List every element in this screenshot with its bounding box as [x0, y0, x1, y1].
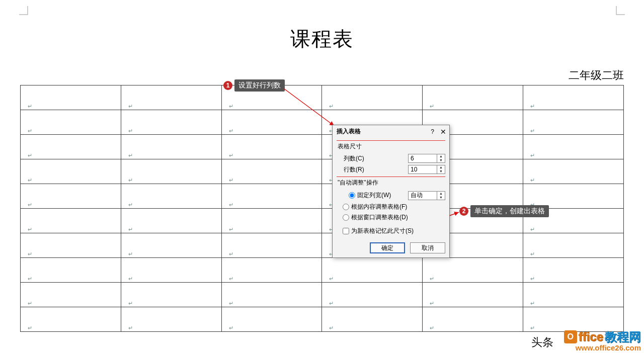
watermark-brand-2: 教程网 — [605, 330, 641, 343]
table-cell[interactable]: ↵ — [21, 258, 121, 283]
radio-fixed-label: 固定列宽(W) — [357, 191, 391, 200]
spin-up-icon[interactable]: ▲ — [437, 192, 445, 196]
spin-down-icon[interactable]: ▼ — [437, 169, 445, 173]
table-cell[interactable]: ↵ — [423, 283, 523, 307]
fixed-width-input[interactable] — [409, 192, 437, 199]
table-cell[interactable]: ↵ — [121, 307, 221, 332]
table-cell[interactable]: ↵ — [523, 233, 624, 258]
spin-up-icon[interactable]: ▲ — [437, 154, 445, 158]
table-cell[interactable]: ↵ — [523, 258, 624, 283]
table-cell[interactable]: ↵ — [221, 159, 322, 184]
group-autofit: "自动调整"操作 — [338, 179, 445, 187]
table-cell[interactable]: ↵ — [221, 135, 322, 159]
callout-step-2: 2 单击确定，创建出表格 — [459, 205, 549, 217]
ok-button[interactable]: 确定 — [370, 242, 405, 253]
radio-fixed-input[interactable] — [349, 192, 355, 199]
table-row: ↵↵↵↵↵↵ — [21, 233, 624, 258]
radio-content-label: 根据内容调整表格(F) — [351, 203, 407, 211]
table-cell[interactable]: ↵ — [322, 258, 423, 283]
table-cell[interactable]: ↵ — [21, 135, 121, 159]
table-cell[interactable]: ↵ — [523, 307, 624, 332]
table-cell[interactable]: ↵ — [423, 307, 523, 332]
rows-input[interactable] — [409, 166, 437, 173]
table-cell[interactable]: ↵ — [121, 110, 221, 135]
table-cell[interactable]: ↵ — [523, 283, 624, 307]
page-corner-tr — [616, 6, 625, 15]
table-cell[interactable]: ↵ — [121, 233, 221, 258]
table-cell[interactable]: ↵ — [21, 233, 121, 258]
watermark-brand-1: ffice — [579, 330, 603, 343]
checkbox-remember[interactable]: 为新表格记忆此尺寸(S) — [337, 226, 445, 236]
table-row: ↵↵↵↵↵↵ — [21, 283, 624, 307]
close-icon[interactable]: ✕ — [440, 128, 446, 136]
table-cell[interactable]: ↵ — [21, 307, 121, 332]
dialog-titlebar[interactable]: 插入表格 ? ✕ — [333, 125, 449, 138]
table-cell[interactable]: ↵ — [523, 110, 624, 135]
table-cell[interactable]: ↵ — [21, 110, 121, 135]
table-row: ↵↵↵↵↵↵ — [21, 135, 624, 159]
table-cell[interactable]: ↵ — [21, 209, 121, 233]
cols-label: 列数(C) — [344, 154, 364, 163]
rows-label: 行数(R) — [344, 165, 364, 174]
spin-down-icon[interactable]: ▼ — [437, 158, 445, 162]
table-cell[interactable]: ↵ — [221, 233, 322, 258]
table-cell[interactable]: ↵ — [221, 209, 322, 233]
radio-fit-content[interactable]: 根据内容调整表格(F) — [337, 202, 445, 212]
table-cell[interactable]: ↵ — [21, 283, 121, 307]
divider — [337, 176, 445, 177]
document-page: 课程表 二年级二班 ↵↵↵↵↵↵↵↵↵↵↵↵↵↵↵↵↵↵↵↵↵↵↵↵↵↵↵↵↵↵… — [0, 0, 644, 332]
radio-content-input[interactable] — [343, 204, 349, 210]
fixed-width-combobox[interactable]: ▲▼ — [408, 191, 445, 200]
table-cell[interactable]: ↵ — [322, 85, 423, 110]
radio-window-input[interactable] — [343, 214, 349, 221]
group-table-size: 表格尺寸 — [338, 142, 445, 151]
cancel-button[interactable]: 取消 — [410, 242, 445, 253]
table-cell[interactable]: ↵ — [121, 184, 221, 209]
table-row: ↵↵↵↵↵↵ — [21, 110, 624, 135]
table-cell[interactable]: ↵ — [523, 135, 624, 159]
rows-spinbox[interactable]: ▲▼ — [408, 165, 445, 174]
table-cell[interactable]: ↵ — [423, 85, 523, 110]
table-cell[interactable]: ↵ — [221, 258, 322, 283]
badge-1: 1 — [223, 81, 232, 90]
table-cell[interactable]: ↵ — [423, 258, 523, 283]
remember-label: 为新表格记忆此尺寸(S) — [351, 227, 414, 235]
table-cell[interactable]: ↵ — [121, 258, 221, 283]
watermark: O ffice 教程网 www.office26.com — [564, 330, 641, 352]
insert-table-dialog: 插入表格 ? ✕ 表格尺寸 列数(C) ▲▼ 行数(R) ▲▼ "自动调整"操作 — [332, 125, 450, 258]
table-row: ↵↵↵↵↵↵ — [21, 307, 624, 332]
table-cell[interactable]: ↵ — [523, 85, 624, 110]
radio-window-label: 根据窗口调整表格(D) — [351, 213, 408, 222]
divider — [337, 140, 445, 141]
table-cell[interactable]: ↵ — [121, 85, 221, 110]
table-cell[interactable]: ↵ — [121, 209, 221, 233]
table-cell[interactable]: ↵ — [221, 283, 322, 307]
page-corner-tl — [19, 6, 28, 15]
cols-spinbox[interactable]: ▲▼ — [408, 154, 445, 163]
class-subtitle: 二年级二班 — [20, 68, 624, 83]
footer-text: 头条 — [0, 335, 644, 350]
table-cell[interactable]: ↵ — [221, 110, 322, 135]
table-cell[interactable]: ↵ — [523, 159, 624, 184]
table-cell[interactable]: ↵ — [21, 184, 121, 209]
table-cell[interactable]: ↵ — [121, 135, 221, 159]
remember-checkbox-input[interactable] — [343, 228, 349, 234]
table-cell[interactable]: ↵ — [21, 85, 121, 110]
cols-input[interactable] — [409, 155, 437, 162]
spin-down-icon[interactable]: ▼ — [437, 196, 445, 200]
help-icon[interactable]: ? — [431, 128, 434, 135]
table-row: ↵↵↵↵↵↵ — [21, 159, 624, 184]
table-row: ↵↵↵↵↵↵ — [21, 258, 624, 283]
watermark-logo-icon: O — [564, 330, 577, 343]
table-cell[interactable]: ↵ — [221, 307, 322, 332]
table-cell[interactable]: ↵ — [121, 283, 221, 307]
radio-fixed-width[interactable]: 固定列宽(W) — [343, 190, 391, 201]
callout-step-1: 1 设置好行列数 — [223, 79, 285, 92]
table-cell[interactable]: ↵ — [322, 283, 423, 307]
table-cell[interactable]: ↵ — [322, 307, 423, 332]
table-cell[interactable]: ↵ — [221, 184, 322, 209]
table-cell[interactable]: ↵ — [121, 159, 221, 184]
spin-up-icon[interactable]: ▲ — [437, 165, 445, 169]
radio-fit-window[interactable]: 根据窗口调整表格(D) — [337, 212, 445, 223]
table-cell[interactable]: ↵ — [21, 159, 121, 184]
